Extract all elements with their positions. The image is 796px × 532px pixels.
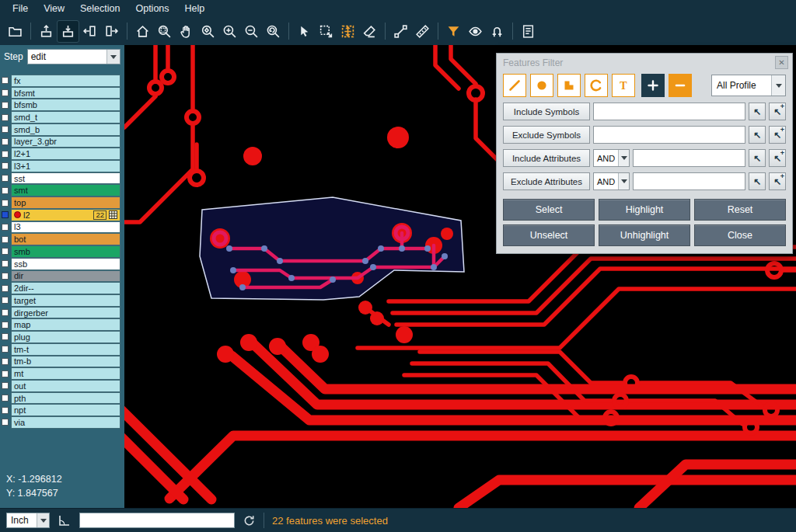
layer-checkbox[interactable] — [2, 200, 9, 207]
layer-checkbox[interactable] — [2, 309, 9, 316]
layer-name[interactable]: fx — [11, 75, 120, 87]
select-area-icon[interactable] — [316, 21, 337, 42]
layer-row[interactable]: ssb — [0, 258, 124, 270]
select-button[interactable]: Select — [503, 199, 595, 221]
open-icon[interactable] — [5, 21, 26, 42]
layer-row[interactable]: l3+1 — [0, 160, 124, 172]
layer-checkbox[interactable] — [2, 407, 9, 414]
chevron-down-icon[interactable] — [618, 150, 629, 166]
layer-checkbox[interactable] — [2, 322, 9, 329]
menu-file[interactable]: File — [5, 2, 36, 16]
layer-name[interactable]: l3+1 — [11, 160, 120, 172]
layer-name[interactable]: dirgerber — [11, 307, 120, 319]
layer-checkbox[interactable] — [2, 273, 9, 280]
include-symbols-button[interactable]: Include Symbols — [503, 103, 590, 120]
layer-name[interactable]: bfsmt — [11, 87, 120, 99]
layer-name[interactable]: l2+1 — [11, 148, 120, 160]
visibility-icon[interactable] — [465, 21, 486, 42]
layer-checkbox[interactable] — [2, 382, 9, 389]
layer-checkbox[interactable] — [2, 187, 9, 194]
layer-checkbox[interactable] — [2, 77, 9, 84]
import-icon[interactable] — [58, 21, 79, 42]
layer-row[interactable]: target — [0, 294, 124, 307]
layer-name[interactable]: bot — [11, 233, 120, 245]
unhighlight-button[interactable]: Unhighlight — [599, 224, 690, 246]
layer-row[interactable]: via — [0, 416, 124, 429]
surface-tool-button[interactable] — [557, 74, 581, 97]
layer-name[interactable]: ssb — [11, 258, 120, 270]
layer-row-active[interactable]: l2 22 — [0, 209, 124, 221]
line-tool-button[interactable] — [503, 74, 526, 97]
layer-checkbox[interactable] — [2, 162, 9, 169]
layer-name[interactable]: smt — [11, 184, 120, 196]
snap-icon[interactable] — [487, 21, 508, 42]
layer-checkbox[interactable] — [2, 151, 9, 158]
angle-measure-icon[interactable] — [58, 513, 72, 527]
pick-add-symbol-icon[interactable]: ↖+ — [769, 103, 786, 120]
include-attributes-button[interactable]: Include Attributes — [503, 149, 590, 167]
exclude-attributes-input[interactable] — [633, 172, 745, 190]
measure-ruler-icon[interactable] — [412, 21, 433, 42]
layer-name[interactable]: l2 22 — [11, 209, 120, 221]
layer-name[interactable]: mt — [11, 367, 120, 380]
previous-step-icon[interactable] — [79, 21, 100, 42]
layer-name[interactable]: smd_b — [11, 123, 120, 136]
pick-symbol-icon[interactable]: ↖ — [749, 126, 766, 144]
layer-checkbox[interactable] — [2, 248, 9, 255]
pick-attribute-icon[interactable]: ↖ — [749, 172, 766, 190]
layer-checkbox[interactable] — [2, 358, 9, 365]
pan-icon[interactable] — [176, 21, 197, 42]
layer-row[interactable]: map — [0, 318, 124, 331]
layer-checkbox[interactable] — [2, 126, 9, 133]
layer-checkbox[interactable] — [2, 102, 9, 109]
layer-name[interactable]: npt — [11, 404, 120, 416]
layer-name[interactable]: tm-b — [11, 356, 120, 368]
layer-checkbox[interactable] — [2, 419, 9, 426]
layer-row[interactable]: smd_t — [0, 111, 124, 123]
pick-add-attribute-icon[interactable]: ↖+ — [769, 149, 786, 167]
layer-row[interactable]: bfsmt — [0, 87, 124, 99]
command-input[interactable] — [79, 513, 235, 528]
text-tool-button[interactable]: T — [612, 74, 635, 97]
reset-button[interactable]: Reset — [694, 199, 786, 221]
layer-checkbox[interactable] — [2, 333, 9, 340]
layer-name[interactable]: 2dir-- — [11, 282, 120, 294]
layer-row[interactable]: fx — [0, 75, 124, 87]
menu-options[interactable]: Options — [127, 2, 176, 16]
layer-name[interactable]: layer_3.gbr — [11, 136, 120, 148]
unselect-button[interactable]: Unselect — [503, 224, 595, 246]
layer-name[interactable]: bfsmb — [11, 99, 120, 111]
features-filter-icon[interactable] — [443, 21, 464, 42]
layer-name[interactable]: l3 — [11, 221, 120, 234]
chevron-down-icon[interactable] — [37, 513, 49, 527]
exclude-symbols-input[interactable] — [593, 126, 745, 144]
step-combobox[interactable]: edit — [27, 49, 120, 64]
layer-name[interactable]: tm-t — [11, 343, 120, 356]
layer-checkbox[interactable] — [2, 89, 9, 96]
exclude-attributes-operator[interactable]: AND — [593, 172, 630, 190]
layer-checkbox[interactable] — [2, 297, 9, 304]
pick-add-symbol-icon[interactable]: ↖+ — [769, 126, 786, 144]
zoom-in-icon[interactable] — [219, 21, 240, 42]
pick-attribute-icon[interactable]: ↖ — [749, 149, 766, 167]
close-button[interactable]: Close — [694, 224, 786, 246]
layer-row[interactable]: dirgerber — [0, 307, 124, 319]
clear-selection-icon[interactable] — [359, 21, 380, 42]
arc-tool-button[interactable] — [585, 74, 608, 97]
report-icon[interactable] — [518, 21, 539, 42]
layer-checkbox[interactable] — [2, 370, 9, 377]
layer-name[interactable]: plug — [11, 331, 120, 343]
layer-row[interactable]: l3 — [0, 221, 124, 234]
menu-selection[interactable]: Selection — [72, 2, 127, 16]
layer-row[interactable]: l2+1 — [0, 148, 124, 160]
zoom-select-icon[interactable] — [197, 21, 218, 42]
measure-point-icon[interactable] — [390, 21, 411, 42]
units-combobox[interactable]: Inch — [6, 513, 50, 528]
chevron-down-icon[interactable] — [771, 75, 785, 96]
layer-checkbox[interactable] — [2, 285, 9, 292]
zoom-out-icon[interactable] — [241, 21, 262, 42]
layer-checkbox[interactable] — [2, 114, 9, 121]
layer-name[interactable]: target — [11, 294, 120, 307]
layer-name[interactable]: top — [11, 196, 120, 209]
layer-row[interactable]: smt — [0, 184, 124, 196]
